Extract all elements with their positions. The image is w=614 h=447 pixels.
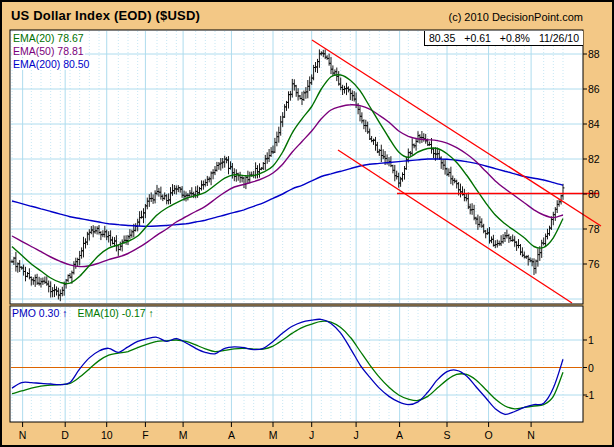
- x-axis-month-label: 10: [97, 429, 117, 441]
- price-axis-label: 86: [588, 83, 600, 95]
- quote-change: +0.61: [464, 32, 491, 44]
- x-axis-month-label: A: [390, 429, 410, 441]
- x-axis-month-label: A: [221, 429, 241, 441]
- pmo-up-arrow-icon: ↑: [62, 307, 67, 319]
- chart-canvas: [0, 0, 614, 447]
- chart-page: US Dollar Index (EOD) ($USD) (c) 2010 De…: [0, 0, 614, 447]
- overlay-label-ema20: EMA(20) 78.67: [12, 32, 85, 44]
- x-axis-month-label: J: [346, 429, 366, 441]
- x-axis-month-label: M: [263, 429, 283, 441]
- x-axis-month-label: F: [135, 429, 155, 441]
- pmo-value: 0.30: [39, 307, 59, 319]
- price-axis-label: 84: [588, 118, 600, 130]
- pmo-axis-label: 1: [588, 334, 594, 346]
- pmo-axis-label: 0: [588, 362, 594, 374]
- pmo-axis-label: -1: [585, 389, 594, 401]
- quote-last-price: 80.35: [429, 32, 455, 44]
- price-axis-label: 76: [588, 258, 600, 270]
- price-axis-label: 88: [588, 48, 600, 60]
- x-axis-month-label: D: [55, 429, 75, 441]
- quote-change-pct: +0.8%: [500, 32, 530, 44]
- quote-date: 11/26/10: [539, 32, 579, 44]
- x-axis-month-label: S: [437, 429, 457, 441]
- x-axis-month-label: N: [13, 429, 33, 441]
- price-axis-label: 82: [588, 153, 600, 165]
- price-axis-label: 80: [588, 188, 600, 200]
- pmo-ema-value: -0.17: [122, 307, 146, 319]
- copyright-text: (c) 2010 DecisionPoint.com: [448, 11, 583, 23]
- overlay-label-ema50: EMA(50) 78.81: [12, 45, 85, 57]
- x-axis-month-label: O: [479, 429, 499, 441]
- pmo-label: PMO: [12, 307, 36, 319]
- page-title: US Dollar Index (EOD) ($USD): [11, 8, 200, 23]
- pmo-panel: [10, 306, 583, 422]
- x-axis-month-label: J: [302, 429, 322, 441]
- price-panel: [10, 30, 583, 304]
- pmo-legend: PMO 0.30 ↑ EMA(10) -0.17 ↑: [12, 307, 154, 319]
- pmo-ema-label: EMA(10): [77, 307, 118, 319]
- x-axis-month-label: M: [173, 429, 193, 441]
- pmo-ema-up-arrow-icon: ↑: [149, 307, 154, 319]
- overlay-label-ema200: EMA(200) 80.50: [12, 58, 90, 70]
- x-axis-month-label: N: [521, 429, 541, 441]
- quote-box: 80.35 +0.61 +0.8% 11/26/10: [424, 31, 583, 46]
- price-axis-label: 78: [588, 223, 600, 235]
